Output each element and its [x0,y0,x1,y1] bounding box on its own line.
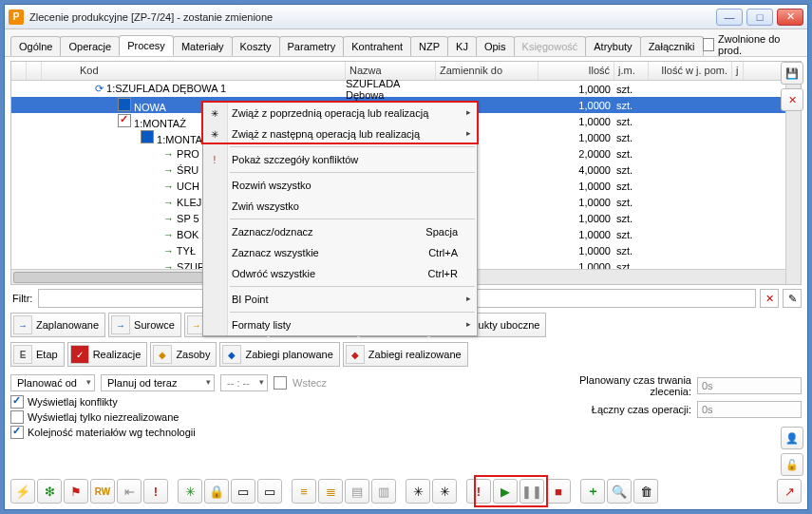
tb-doc2[interactable]: ▭ [257,479,282,504]
tab-ksiegowosc: Księgowość [514,36,587,56]
tab-materialy[interactable]: Materiały [173,36,233,56]
planned-time-value: 0s [697,377,802,394]
tb-pause[interactable]: ❚❚ [519,479,544,504]
ctx-invert[interactable]: Odwróć wszystkieCtrl+R [203,263,477,284]
tb-stop[interactable]: ■ [546,479,571,504]
plan-mode-select[interactable]: Planuj od teraz [101,374,215,391]
tb-play[interactable]: ▶ [493,479,518,504]
plan-from-select[interactable]: Planować od [10,374,95,391]
tb-tree[interactable]: ❇ [37,479,62,504]
delete-button[interactable]: ✕ [781,88,803,111]
tab-parametry[interactable]: Parametry [279,36,345,56]
scrollbar-v[interactable] [785,81,801,284]
tab-operacje[interactable]: Operacje [60,36,120,56]
btn-zabiegi-plan[interactable]: ◆Zabiegi planowane [219,342,339,367]
tb-bars2[interactable]: ≣ [318,479,343,504]
ctx-conflicts[interactable]: !Pokaż szczegóły konfliktów [203,149,477,170]
btn-zasoby[interactable]: ◆Zasoby [150,342,217,367]
main-window: P Zlecenie produkcyjne [ZP-7/24] - zosta… [4,4,808,510]
titlebar: P Zlecenie produkcyjne [ZP-7/24] - zosta… [5,5,807,29]
chk-niezrealizowane[interactable]: Wyświetlaj tylko niezrealizowane [10,410,517,424]
bottom-toolbar: ⚡ ❇ ⚑ RW ⇤ ! ✳ 🔒 ▭ ▭ ≡ ≣ ▤ ▥ ✳ ✳ ! ▶ ❚❚ … [10,477,802,505]
app-icon: P [9,10,24,25]
total-time-label: Łączny czas operacji: [536,404,697,415]
tab-kontrahent[interactable]: Kontrahent [343,36,411,56]
tb-zoom[interactable]: 🔍 [607,479,632,504]
released-checkbox[interactable]: Zwolnione do prod. [703,33,802,56]
warning-icon: ! [207,152,222,167]
ctx-collapse-all[interactable]: Zwiń wszystko [203,196,477,217]
released-label: Zwolnione do prod. [718,33,796,56]
tab-nzp[interactable]: NZP [410,36,448,56]
total-time-value: 0s [697,401,802,418]
tb-linkg[interactable]: ✳ [178,479,202,504]
tb-bars1[interactable]: ≡ [292,479,316,504]
tab-koszty[interactable]: Koszty [232,36,280,56]
tb-link-next[interactable]: ✳ [432,479,457,504]
user-button[interactable]: 👤 [781,427,803,449]
context-menu: ✳Zwiąż z poprzednią operacją lub realiza… [202,102,478,336]
tb-flag[interactable]: ⚑ [64,479,88,504]
tab-procesy[interactable]: Procesy [119,35,174,56]
tab-ogolne[interactable]: Ogólne [10,36,61,56]
col-ilosc[interactable]: Ilość [538,62,614,80]
tb-back[interactable]: ⇤ [117,479,142,504]
tab-strip: Ogólne Operacje Procesy Materiały Koszty… [5,29,807,57]
legend-row-2: EEtap ✓Realizacje ◆Zasoby ◆Zabiegi plano… [10,342,802,367]
lower-area: Planować od Planuj od teraz -- : -- Wste… [10,374,802,439]
col-jp[interactable]: j [732,62,744,80]
col-zam[interactable]: Zamiennik do [436,62,538,80]
minimize-button[interactable]: — [716,9,743,26]
tb-bolt[interactable]: ⚡ [10,479,35,504]
tb-gray2[interactable]: ▥ [371,479,396,504]
filter-label: Filtr: [10,293,34,304]
ctx-expand-all[interactable]: Rozwiń wszystko [203,175,477,196]
side-tools-bottom: 👤 🔓 [781,427,803,476]
btn-realizacje[interactable]: ✓Realizacje [67,342,148,367]
btn-zabiegi-real[interactable]: ◆Zabiegi realizowane [343,342,468,367]
close-button[interactable]: ✕ [777,9,803,26]
link-prev-icon: ✳ [207,105,222,121]
tb-link-prev[interactable]: ✳ [406,479,430,504]
chk-konflikty[interactable]: Wyświetlaj konflikty [10,395,517,409]
tb-rw[interactable]: RW [90,479,115,504]
tab-kj[interactable]: KJ [447,36,477,56]
col-jm[interactable]: j.m. [614,62,649,80]
checkbox-icon [703,38,715,51]
col-ilpom[interactable]: Ilość w j. pom. [649,62,732,80]
tb-gray1[interactable]: ▤ [345,479,369,504]
tab-opis[interactable]: Opis [476,36,515,56]
chk-kolejnosc[interactable]: Kolejność materiałów wg technologii [10,426,517,439]
ctx-bind-prev[interactable]: ✳Zwiąż z poprzednią operacją lub realiza… [203,103,477,124]
wstecz-label: Wstecz [293,377,327,389]
maximize-button[interactable]: □ [746,9,773,26]
tab-atrybuty[interactable]: Atrybuty [585,36,640,56]
ctx-list-formats[interactable]: Formaty listy▸ [203,314,477,335]
lock-button[interactable]: 🔓 [781,453,803,476]
filter-edit-button[interactable]: ✎ [783,289,802,308]
ctx-toggle[interactable]: Zaznacz/odznaczSpacja [203,221,477,242]
tab-zalaczniki[interactable]: Załączniki [640,36,704,56]
window-title: Zlecenie produkcyjne [ZP-7/24] - zostani… [29,11,716,23]
ctx-bipoint[interactable]: BI Point▸ [203,289,477,310]
planned-time-label: Planowany czas trwania zlecenia: [536,374,697,397]
tb-trash[interactable]: 🗑 [633,479,658,504]
tree-row[interactable]: ⟳ 1:SZUFLADA DĘBOWA 1SZUFLADA Dębowa1,00… [11,81,801,97]
plan-controls: Planować od Planuj od teraz -- : -- Wste… [10,374,517,391]
tb-lock[interactable]: 🔒 [204,479,229,504]
ctx-select-all[interactable]: Zaznacz wszystkieCtrl+A [203,242,477,263]
tb-doc1[interactable]: ▭ [231,479,255,504]
btn-etap[interactable]: EEtap [10,342,65,367]
btn-surowce[interactable]: →Surowce [108,313,181,337]
tb-warn2[interactable]: ! [466,479,491,504]
tb-warn[interactable]: ! [143,479,168,504]
save-button[interactable]: 💾 [781,62,803,85]
tb-add[interactable]: ＋ [580,479,605,504]
plan-time-input[interactable]: -- : -- [220,374,268,391]
col-kod[interactable]: Kod [42,62,346,80]
btn-zaplanowane[interactable]: →Zaplanowane [10,313,105,337]
tb-export[interactable]: ↗ [777,479,802,504]
wstecz-checkbox[interactable] [274,376,287,390]
ctx-bind-next[interactable]: ✳Zwiąż z następną operacją lub realizacj… [203,124,477,144]
filter-clear-button[interactable]: ✕ [760,289,779,308]
